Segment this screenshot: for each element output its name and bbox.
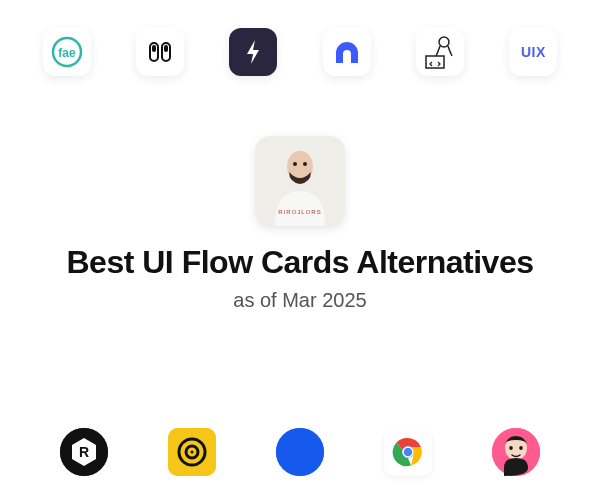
svg-point-7 — [439, 37, 449, 47]
app-icon-uix[interactable]: UIX — [509, 28, 557, 76]
blue-circle-icon — [276, 428, 324, 476]
fae-icon: fae — [50, 35, 84, 69]
app-icon-yellow-target[interactable] — [168, 428, 216, 476]
app-icon-blue-circle[interactable] — [276, 428, 324, 476]
app-icon-face-pink[interactable] — [492, 428, 540, 476]
app-icon-pills[interactable] — [136, 28, 184, 76]
app-icon-fae[interactable]: fae — [43, 28, 91, 76]
svg-rect-8 — [426, 56, 444, 68]
bolt-icon — [229, 28, 277, 76]
hero-section: RIROJLORS Best UI Flow Cards Alternative… — [0, 136, 600, 312]
top-icon-row: fae UIX — [0, 0, 600, 76]
app-icon-hex-r[interactable]: R — [60, 428, 108, 476]
uix-label: UIX — [521, 44, 546, 60]
svg-point-27 — [509, 446, 513, 450]
target-icon — [168, 428, 216, 476]
svg-rect-4 — [152, 45, 156, 52]
arch-icon — [330, 35, 364, 69]
svg-point-20 — [191, 451, 194, 454]
svg-point-11 — [293, 162, 297, 166]
svg-point-12 — [303, 162, 307, 166]
avatar-image: RIROJLORS — [255, 136, 345, 226]
svg-point-28 — [519, 446, 523, 450]
page-title: Best UI Flow Cards Alternatives — [0, 244, 600, 281]
hex-r-icon: R — [60, 428, 108, 476]
chrome-icon — [392, 436, 424, 468]
svg-point-21 — [276, 428, 324, 476]
svg-text:fae: fae — [58, 46, 76, 60]
app-icon-chrome[interactable] — [384, 428, 432, 476]
app-icon-arch[interactable] — [323, 28, 371, 76]
pills-icon — [145, 37, 175, 67]
svg-rect-5 — [164, 45, 168, 52]
author-avatar: RIROJLORS — [255, 136, 345, 226]
svg-point-23 — [402, 446, 414, 458]
app-icon-dev-sketch[interactable] — [416, 28, 464, 76]
svg-text:R: R — [79, 444, 89, 460]
bottom-icon-row: R — [0, 428, 600, 476]
page-subtitle: as of Mar 2025 — [0, 289, 600, 312]
svg-text:RIROJLORS: RIROJLORS — [278, 209, 321, 215]
app-icon-bolt[interactable] — [229, 28, 277, 76]
face-pink-icon — [492, 428, 540, 476]
dev-sketch-icon — [420, 32, 460, 72]
